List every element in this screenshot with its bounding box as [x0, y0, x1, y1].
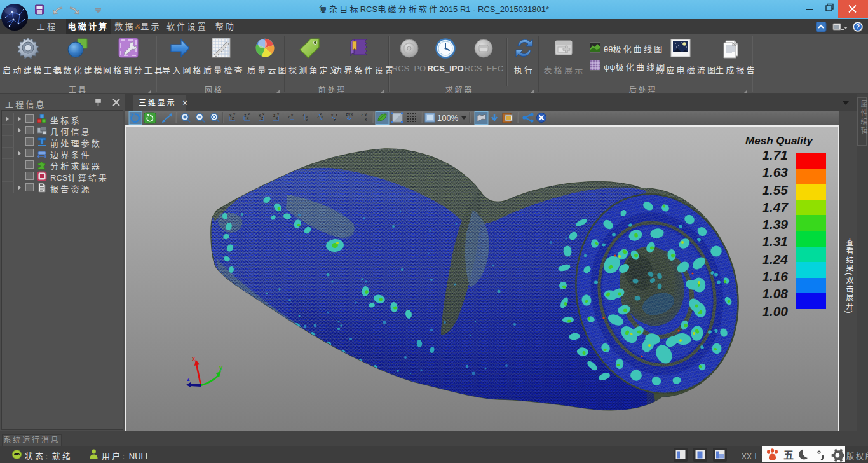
svg-text:v: v: [233, 111, 236, 116]
svg-text:v: v: [277, 111, 280, 116]
svg-text:y: y: [219, 364, 222, 371]
svg-text:v: v: [291, 113, 294, 117]
svg-text:z: z: [288, 114, 290, 119]
svg-text:v: v: [331, 113, 334, 117]
svg-text:z: z: [273, 113, 275, 118]
svg-text:x: x: [276, 116, 278, 120]
svg-text:z: z: [346, 112, 348, 116]
svg-text:z: z: [232, 116, 234, 120]
svg-text:z: z: [261, 116, 263, 120]
svg-text:100%: 100%: [437, 113, 459, 123]
svg-text:z: z: [187, 376, 190, 382]
svg-text:z: z: [317, 114, 319, 119]
svg-text:x: x: [306, 118, 308, 122]
svg-text:x: x: [192, 356, 195, 362]
svg-text:?: ?: [856, 24, 860, 31]
svg-text:x: x: [247, 116, 249, 120]
svg-text:v: v: [262, 111, 265, 116]
svg-text:z: z: [361, 113, 363, 117]
svg-text:x: x: [336, 113, 338, 117]
svg-text:x: x: [351, 112, 353, 116]
svg-text:五: 五: [783, 450, 794, 460]
svg-text:x: x: [365, 117, 367, 121]
svg-text:v: v: [365, 112, 367, 116]
svg-text:v: v: [248, 111, 250, 116]
